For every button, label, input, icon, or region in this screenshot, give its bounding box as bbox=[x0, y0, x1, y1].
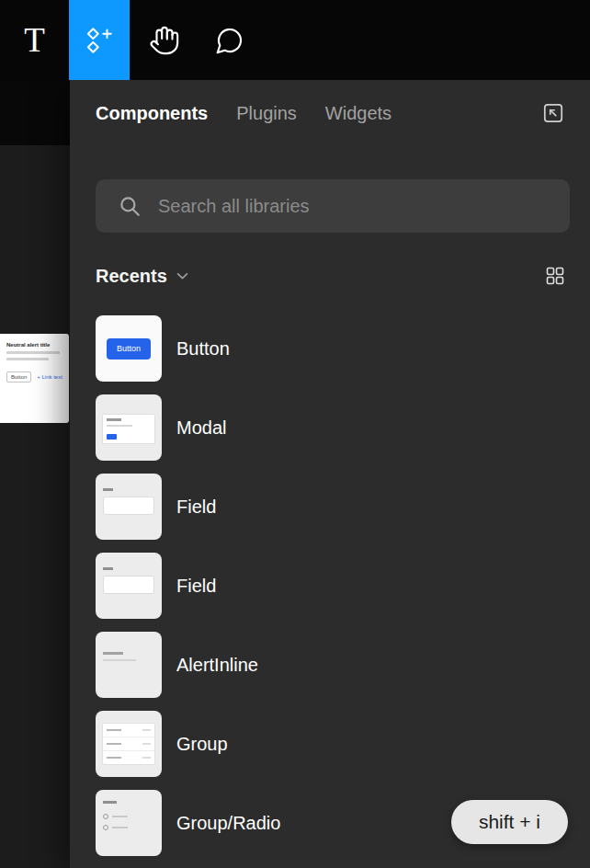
alert-card-text-line bbox=[6, 358, 49, 360]
recents-label: Recents bbox=[96, 266, 167, 287]
mini-field-label bbox=[103, 488, 113, 491]
mini-modal-title-line bbox=[107, 418, 121, 421]
mini-alert-text-line bbox=[103, 659, 136, 661]
mini-radio-row bbox=[103, 825, 128, 830]
alert-card-actions: Button + Link text bbox=[6, 371, 64, 383]
chevron-down-icon bbox=[176, 272, 188, 280]
text-tool-icon: T bbox=[24, 23, 45, 57]
mini-modal-button bbox=[107, 434, 117, 440]
figma-app: T bbox=[0, 0, 590, 868]
component-list: Button Button Modal bbox=[96, 315, 590, 868]
component-thumbnail bbox=[96, 553, 162, 619]
hand-icon bbox=[149, 25, 180, 56]
components-panel: Components Plugins Widgets bbox=[70, 80, 590, 868]
component-label: Field bbox=[176, 576, 216, 597]
component-list-item[interactable]: Modal bbox=[96, 394, 590, 461]
mini-modal-text-line bbox=[107, 425, 132, 427]
panel-tabs: Components Plugins Widgets bbox=[70, 80, 590, 146]
component-thumbnail: Button bbox=[96, 315, 162, 382]
component-list-item[interactable]: Group bbox=[96, 711, 590, 777]
popout-button[interactable] bbox=[537, 97, 570, 130]
grid-view-button[interactable] bbox=[539, 259, 572, 292]
mini-field-input bbox=[103, 576, 154, 594]
thumbnail-mini-button: Button bbox=[107, 338, 151, 360]
mini-radio-title-line bbox=[103, 801, 117, 804]
search-icon bbox=[118, 194, 142, 218]
alert-card-link: + Link text bbox=[37, 374, 62, 380]
mini-group-box bbox=[102, 723, 155, 765]
search-bar bbox=[96, 179, 570, 233]
tab-components[interactable]: Components bbox=[96, 103, 208, 124]
hand-tool-button[interactable] bbox=[130, 0, 199, 80]
component-label: Field bbox=[176, 497, 216, 518]
component-thumbnail bbox=[96, 632, 162, 698]
alert-card-button: Button bbox=[6, 371, 31, 383]
component-thumbnail bbox=[96, 394, 162, 461]
component-list-item[interactable]: Field bbox=[96, 553, 590, 619]
search-input[interactable] bbox=[156, 195, 561, 218]
shortcut-hint: shift + i bbox=[451, 800, 568, 844]
assets-icon bbox=[84, 25, 115, 56]
canvas-preview-card[interactable]: Neutral alert title Button + Link text bbox=[0, 334, 69, 423]
alert-card-title: Neutral alert title bbox=[6, 342, 64, 348]
assets-tool-button[interactable] bbox=[69, 0, 130, 80]
recents-header: Recents bbox=[96, 262, 572, 290]
component-thumbnail bbox=[96, 790, 162, 856]
text-tool-button[interactable]: T bbox=[0, 0, 69, 80]
tab-plugins[interactable]: Plugins bbox=[236, 103, 297, 124]
popout-icon bbox=[541, 101, 565, 125]
tab-widgets[interactable]: Widgets bbox=[325, 103, 391, 124]
canvas[interactable]: Neutral alert title Button + Link text bbox=[0, 80, 70, 868]
component-label: AlertInline bbox=[176, 655, 258, 676]
component-list-item[interactable]: Field bbox=[96, 474, 590, 540]
mini-radio-row bbox=[103, 814, 128, 819]
mini-group-row bbox=[103, 737, 154, 751]
alert-card-text-line bbox=[6, 351, 60, 354]
mini-field-label bbox=[103, 567, 113, 570]
component-thumbnail bbox=[96, 474, 162, 540]
component-list-item[interactable]: Button Button bbox=[96, 315, 590, 382]
toolbar: T bbox=[0, 0, 590, 80]
component-label: Group/Radio bbox=[176, 813, 280, 834]
recents-dropdown[interactable]: Recents bbox=[96, 266, 188, 287]
component-list-item[interactable]: AlertInline bbox=[96, 632, 590, 698]
grid-icon bbox=[544, 265, 566, 287]
component-label: Group bbox=[176, 734, 228, 755]
comment-icon bbox=[215, 26, 244, 55]
thumbnail-mini-modal bbox=[102, 414, 155, 444]
comment-tool-button[interactable] bbox=[199, 0, 260, 80]
mini-alert-title-line bbox=[103, 652, 123, 655]
mini-group-row bbox=[103, 724, 154, 737]
component-label: Modal bbox=[176, 417, 226, 439]
canvas-dark-frame bbox=[0, 80, 70, 145]
component-label: Button bbox=[176, 338, 230, 360]
mini-field-input bbox=[103, 497, 154, 515]
mini-group-row bbox=[103, 751, 154, 764]
component-thumbnail bbox=[96, 711, 162, 777]
